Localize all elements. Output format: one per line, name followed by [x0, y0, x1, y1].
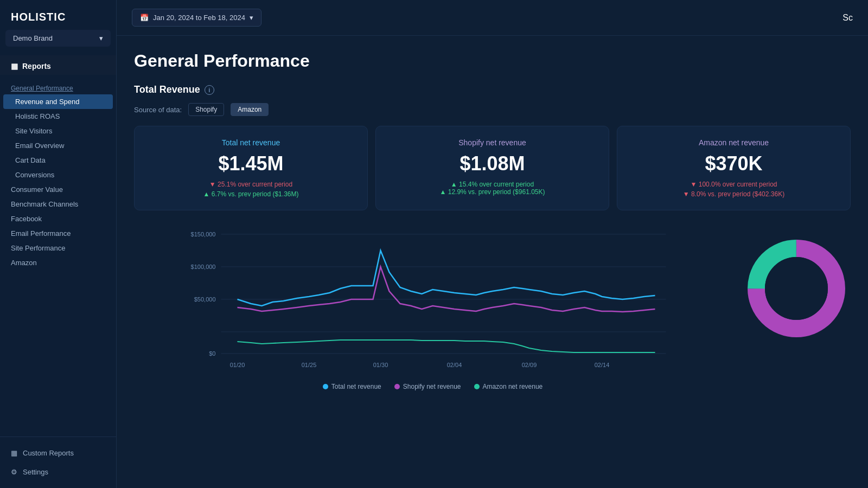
page-title: General Performance [134, 51, 851, 71]
main-content: 📅 Jan 20, 2024 to Feb 18, 2024 ▾ Sc Gene… [117, 0, 868, 488]
sidebar-item-conversions[interactable]: Conversions [0, 168, 116, 182]
brand-selector-label: Demo Brand [13, 34, 53, 42]
metric-total-change1: ▼ 25.1% over current period [148, 181, 354, 188]
date-range-label: Jan 20, 2024 to Feb 18, 2024 [153, 14, 245, 22]
chevron-down-icon: ▾ [99, 34, 103, 42]
custom-reports-link[interactable]: ▦ Custom Reports [0, 444, 116, 463]
custom-reports-icon: ▦ [11, 449, 17, 457]
header-bar: 📅 Jan 20, 2024 to Feb 18, 2024 ▾ Sc [117, 0, 868, 36]
section-title: Total Revenue i [134, 84, 851, 95]
metric-amazon-change2: ▼ 8.0% vs. prev period ($402.36K) [630, 190, 837, 198]
calendar-icon: 📅 [140, 14, 149, 22]
custom-reports-label: Custom Reports [23, 449, 74, 457]
svg-text:02/04: 02/04 [447, 362, 462, 368]
settings-link[interactable]: ⚙ Settings [0, 463, 116, 481]
metric-amazon-value: $370K [630, 152, 837, 175]
source-shopify-btn[interactable]: Shopify [188, 103, 224, 116]
gear-icon: ⚙ [11, 468, 17, 476]
metric-shopify-title: Shopify net revenue [389, 138, 596, 147]
metric-cards: Total net revenue $1.45M ▼ 25.1% over cu… [134, 126, 851, 210]
legend-total: Total net revenue [323, 383, 381, 390]
sidebar-item-site-performance[interactable]: Site Performance [0, 241, 116, 255]
metric-card-amazon: Amazon net revenue $370K ▼ 100.0% over c… [617, 126, 851, 210]
metric-shopify-change2: ▲ 12.9% vs. prev period ($961.05K) [389, 188, 596, 196]
sidebar-item-amazon[interactable]: Amazon [0, 255, 116, 270]
legend-shopify-label: Shopify net revenue [403, 383, 461, 390]
settings-label: Settings [23, 468, 48, 476]
brand-logo: HOLISTIC [0, 0, 116, 30]
chart-container: $150,000 $100,000 $50,000 $0 01/20 01/25… [134, 223, 731, 390]
svg-text:$0: $0 [209, 350, 215, 357]
source-row: Source of data: Shopify Amazon [134, 103, 851, 116]
metric-card-shopify: Shopify net revenue $1.08M ▲ 15.4% over … [375, 126, 609, 210]
metric-total-change2: ▲ 6.7% vs. prev period ($1.36M) [148, 190, 354, 198]
sidebar-bottom: ▦ Custom Reports ⚙ Settings [0, 436, 116, 488]
sidebar-item-facebook[interactable]: Facebook [0, 211, 116, 226]
sidebar-item-cart-data[interactable]: Cart Data [0, 153, 116, 168]
svg-text:$150,000: $150,000 [191, 231, 216, 237]
legend-shopify-dot [394, 384, 400, 389]
sidebar: HOLISTIC Demo Brand ▾ ▦ Reports General … [0, 0, 117, 488]
metric-amazon-change1: ▼ 100.0% over current period [630, 181, 837, 188]
legend-amazon-label: Amazon net revenue [483, 383, 543, 390]
svg-text:01/20: 01/20 [230, 362, 245, 368]
donut-chart-container [742, 223, 851, 343]
chevron-down-icon: ▾ [250, 14, 253, 22]
page-content: General Performance Total Revenue i Sour… [117, 36, 868, 406]
donut-chart [742, 234, 851, 343]
chart-legend: Total net revenue Shopify net revenue Am… [134, 383, 731, 390]
svg-text:$100,000: $100,000 [191, 264, 216, 270]
legend-amazon-dot [474, 384, 480, 389]
sidebar-item-consumer-value[interactable]: Consumer Value [0, 182, 116, 197]
sidebar-nav: General Performance Revenue and Spend Ho… [0, 76, 116, 274]
info-icon[interactable]: i [205, 85, 214, 95]
header-right-label: Sc [843, 13, 853, 23]
svg-text:02/09: 02/09 [522, 362, 537, 368]
general-performance-group[interactable]: General Performance [0, 80, 116, 94]
svg-text:01/30: 01/30 [373, 362, 388, 368]
svg-text:02/14: 02/14 [595, 362, 610, 368]
sidebar-item-email-performance[interactable]: Email Performance [0, 226, 116, 241]
metric-total-title: Total net revenue [148, 138, 354, 147]
metric-amazon-title: Amazon net revenue [630, 138, 837, 147]
sidebar-item-site-visitors[interactable]: Site Visitors [0, 124, 116, 138]
line-chart: $150,000 $100,000 $50,000 $0 01/20 01/25… [134, 223, 731, 377]
reports-icon: ▦ [11, 62, 18, 70]
metric-shopify-value: $1.08M [389, 152, 596, 175]
metric-shopify-change1: ▲ 15.4% over current period [389, 181, 596, 188]
metric-card-total: Total net revenue $1.45M ▼ 25.1% over cu… [134, 126, 368, 210]
brand-selector[interactable]: Demo Brand ▾ [5, 30, 111, 47]
sidebar-item-benchmark-channels[interactable]: Benchmark Channels [0, 197, 116, 211]
chart-wrapper: $150,000 $100,000 $50,000 $0 01/20 01/25… [134, 223, 851, 390]
sidebar-item-revenue-and-spend[interactable]: Revenue and Spend [3, 94, 113, 109]
reports-section: ▦ Reports [0, 55, 116, 75]
section-title-text: Total Revenue [134, 84, 200, 95]
reports-label: ▦ Reports [8, 62, 108, 70]
donut-hole [765, 257, 828, 320]
svg-text:$50,000: $50,000 [194, 296, 216, 303]
sidebar-item-holistic-roas[interactable]: Holistic ROAS [0, 109, 116, 124]
legend-amazon: Amazon net revenue [474, 383, 543, 390]
source-label: Source of data: [134, 106, 182, 114]
legend-total-dot [323, 384, 328, 389]
source-amazon-btn[interactable]: Amazon [231, 103, 269, 116]
sidebar-item-email-overview[interactable]: Email Overview [0, 138, 116, 153]
legend-shopify: Shopify net revenue [394, 383, 461, 390]
metric-total-value: $1.45M [148, 152, 354, 175]
svg-text:01/25: 01/25 [302, 362, 317, 368]
date-range-picker[interactable]: 📅 Jan 20, 2024 to Feb 18, 2024 ▾ [132, 9, 261, 27]
legend-total-label: Total net revenue [331, 383, 381, 390]
